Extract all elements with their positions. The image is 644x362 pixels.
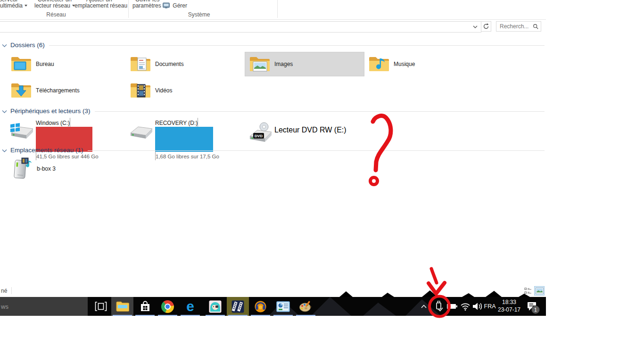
status-separator <box>11 287 12 294</box>
taskbar-system-app-button[interactable] <box>272 297 294 316</box>
section-title: Emplacements réseau (1) <box>10 147 83 154</box>
tray-date: 23-07-17 <box>496 306 522 313</box>
folder-documents-icon <box>130 54 151 74</box>
dropdown-caret-icon <box>25 5 27 7</box>
drive-name: Windows (C:) <box>36 120 70 126</box>
status-text-partial: né <box>1 288 7 294</box>
folder-tile-bureau[interactable]: Bureau <box>7 52 125 76</box>
tray-clock[interactable]: 18:33 23-07-17 <box>496 298 522 313</box>
section-header-drives[interactable]: Périphériques et lecteurs (3) <box>2 107 545 115</box>
collapse-chevron-icon[interactable] <box>2 43 7 48</box>
drive-tile-recovery-d[interactable]: RECOVERY (D:) 1,68 Go libres sur 17,5 Go <box>126 117 245 143</box>
annotation-question-mark <box>373 116 391 170</box>
address-dropdown-button[interactable] <box>471 24 479 30</box>
ribbon: r au serveur ultimédia Connecter un lect… <box>0 0 546 20</box>
file-explorer-icon <box>116 301 129 312</box>
tray-usb-safely-remove-button[interactable] <box>432 297 445 316</box>
taskbar-audio-app-button[interactable] <box>249 297 272 316</box>
ribbon-group-systeme: Système <box>185 11 213 18</box>
network-tile-bbox3[interactable]: b-box 3 <box>7 156 125 181</box>
hard-drive-windows-icon <box>8 121 33 140</box>
folder-downloads-icon <box>10 80 32 101</box>
folder-tile-images[interactable]: Images <box>245 52 364 76</box>
paint-icon <box>299 300 313 313</box>
open-app-indicator <box>296 315 315 316</box>
folder-tile-documents[interactable]: Documents <box>126 52 245 76</box>
open-app-indicator <box>206 315 225 316</box>
edge-icon: e <box>186 300 194 313</box>
tray-volume-button[interactable] <box>471 297 484 316</box>
tray-battery-button[interactable] <box>446 297 459 316</box>
battery-icon <box>446 303 458 310</box>
collapse-chevron-icon[interactable] <box>2 109 7 114</box>
folder-tile-telechargements[interactable]: Téléchargements <box>7 79 125 102</box>
tray-wifi-button[interactable] <box>459 297 471 316</box>
ribbon-manage-button[interactable]: Gérer <box>163 2 187 9</box>
folder-desktop-icon <box>10 54 32 74</box>
drive-tile-dvd-e[interactable]: DVD Lecteur DVD RW (E:) <box>245 117 364 143</box>
dvd-drive-icon: DVD <box>247 122 272 142</box>
folder-videos-icon <box>130 80 151 101</box>
folder-label: Vidéos <box>155 87 172 94</box>
folder-tile-musique[interactable]: Musique <box>364 52 483 76</box>
tray-show-hidden-icons-button[interactable] <box>420 297 428 316</box>
tray-action-center-button[interactable]: 1 <box>524 297 540 316</box>
annotation-arrow-stem <box>431 269 437 283</box>
store-icon <box>139 300 151 313</box>
folder-pictures-icon <box>249 54 271 74</box>
tray-time: 18:33 <box>496 298 522 306</box>
taskbar-file-explorer-button[interactable] <box>111 297 133 316</box>
audio-app-icon <box>254 300 267 313</box>
tray-input-language[interactable]: FRA <box>483 297 497 316</box>
ribbon-open-settings-button[interactable]: paramètres <box>132 3 161 9</box>
open-app-indicator <box>181 315 200 316</box>
open-app-indicator <box>113 315 132 316</box>
search-icon <box>533 23 539 30</box>
open-app-indicator <box>135 315 155 316</box>
svg-text:DVD: DVD <box>255 134 263 138</box>
section-title: Périphériques et lecteurs (3) <box>10 107 91 115</box>
drive-name: RECOVERY (D:) <box>155 120 198 126</box>
address-bar[interactable] <box>0 21 481 33</box>
ribbon-media-server-button[interactable]: ultimédia <box>0 3 27 9</box>
volume-icon <box>472 302 483 311</box>
taskbar-chrome-button[interactable] <box>157 297 179 316</box>
drive-free-space: 1,68 Go libres sur 17,5 Go <box>156 154 219 159</box>
drive-name: Lecteur DVD RW (E:) <box>274 126 347 134</box>
ribbon-add-network-location-button[interactable]: emplacement réseau <box>74 3 127 9</box>
taskbar-video-editor-button[interactable] <box>227 297 249 316</box>
section-header-network[interactable]: Emplacements réseau (1) <box>2 146 545 154</box>
task-view-button[interactable] <box>90 297 112 316</box>
folder-label: Documents <box>155 61 184 67</box>
collapse-chevron-icon[interactable] <box>2 148 7 153</box>
taskbar-edge-button[interactable]: e <box>179 297 201 316</box>
taskbar: ws <box>0 297 546 316</box>
section-title: Dossiers (6) <box>10 41 45 49</box>
section-rule <box>95 111 545 112</box>
ribbon-separator <box>277 0 278 18</box>
ribbon-map-drive-button[interactable]: lecteur réseau <box>34 3 75 9</box>
drive-tile-windows-c[interactable]: Windows (C:) 41,5 Go libres sur 446 Go <box>7 117 125 143</box>
chevron-down-icon <box>471 24 479 30</box>
system-properties-icon <box>276 301 290 312</box>
manage-monitor-icon <box>163 2 170 8</box>
video-editor-icon <box>231 300 244 313</box>
folder-label: Images <box>274 61 293 67</box>
search-box <box>496 21 541 32</box>
folder-tile-videos[interactable]: Vidéos <box>126 79 245 102</box>
open-app-indicator <box>251 315 270 316</box>
search-input[interactable] <box>500 23 533 30</box>
notification-badge: 1 <box>531 305 540 314</box>
wifi-icon <box>460 303 471 311</box>
refresh-button[interactable] <box>481 21 491 32</box>
taskbar-store-button[interactable] <box>134 297 156 316</box>
chrome-icon <box>161 300 174 313</box>
hard-drive-icon <box>128 121 152 140</box>
taskbar-paint-button[interactable] <box>295 297 317 316</box>
section-header-folders[interactable]: Dossiers (6) <box>2 41 545 49</box>
taskbar-anime-app-button[interactable] <box>204 297 226 316</box>
media-server-device-icon <box>10 157 33 181</box>
folder-label: Musique <box>394 61 415 67</box>
open-app-indicator <box>158 315 177 316</box>
taskbar-search-box[interactable]: ws <box>0 297 88 316</box>
